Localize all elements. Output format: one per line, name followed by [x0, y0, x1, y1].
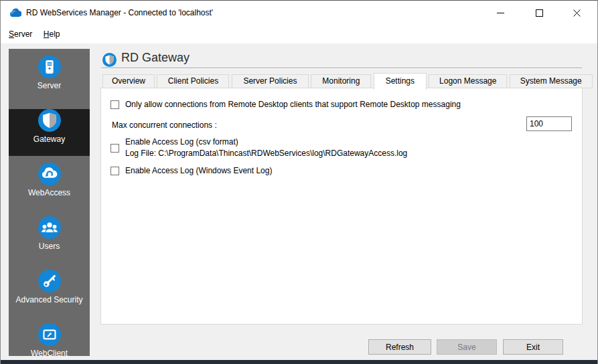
setting-row-rd-messaging: Only allow connections from Remote Deskt…	[110, 100, 461, 109]
sidebar-item-gateway[interactable]: Gateway	[9, 109, 90, 156]
exit-button[interactable]: Exit	[503, 339, 563, 355]
webclient-icon	[38, 323, 61, 346]
tab-overview[interactable]: Overview	[102, 74, 155, 88]
sidebar-item-label: WebAccess	[9, 188, 90, 197]
max-concurrent-label: Max concurrent connections :	[112, 120, 217, 130]
checkbox-only-rd-messaging-label: Only allow connections from Remote Deskt…	[125, 100, 461, 109]
app-window: RD WebServices Manager - Connected to 'l…	[0, 0, 598, 364]
tab-monitoring[interactable]: Monitoring	[311, 74, 371, 88]
heading-divider	[101, 68, 582, 69]
menu-help[interactable]: Help	[40, 25, 64, 43]
page-title: RD Gateway	[121, 51, 190, 65]
tab-system-message[interactable]: System Message	[510, 74, 593, 88]
tab-settings[interactable]: Settings	[374, 73, 427, 90]
menu-server[interactable]: Server	[5, 25, 36, 43]
menu-server-rest: erver	[14, 29, 32, 39]
menu-help-rest: elp	[49, 29, 60, 39]
key-icon	[38, 270, 61, 292]
menu-bar: Server Help	[1, 25, 597, 43]
access-log-csv-file-path: Log File: C:\ProgramData\Thincast\RDWebS…	[125, 148, 407, 159]
checkbox-access-log-csv[interactable]	[110, 144, 119, 153]
maximize-button[interactable]	[524, 1, 554, 25]
tab-logon-message[interactable]: Logon Message	[429, 74, 507, 88]
app-cloud-icon	[9, 8, 21, 18]
sidebar-item-webaccess[interactable]: WebAccess	[9, 163, 90, 209]
checkbox-access-log-event[interactable]	[110, 167, 119, 175]
users-icon	[38, 216, 61, 239]
server-icon	[38, 56, 61, 78]
access-log-event-label: Enable Access Log (Windows Event Log)	[125, 166, 272, 175]
save-button[interactable]: Save	[437, 339, 497, 355]
tab-server-policies[interactable]: Server Policies	[232, 74, 309, 88]
setting-row-access-log-csv: Enable Access Log (csv format) Log File:…	[110, 136, 407, 159]
max-concurrent-input[interactable]	[526, 116, 572, 131]
tab-strip: Overview Client Policies Server Policies…	[102, 74, 592, 88]
settings-panel: Only allow connections from Remote Deskt…	[100, 88, 583, 325]
menu-server-accel: S	[9, 29, 14, 39]
checkbox-only-rd-messaging[interactable]	[110, 100, 119, 109]
title-bar: RD WebServices Manager - Connected to 'l…	[1, 1, 597, 25]
window-title: RD WebServices Manager - Connected to 'l…	[26, 1, 213, 25]
tab-client-policies[interactable]: Client Policies	[157, 74, 229, 88]
sidebar-item-label: Server	[9, 81, 90, 90]
sidebar-item-webclient[interactable]: WebClient	[9, 323, 90, 364]
shield-icon	[38, 109, 61, 132]
refresh-button[interactable]: Refresh	[368, 339, 431, 355]
cloud-icon	[38, 163, 61, 185]
window-bottom-edge	[1, 360, 597, 364]
sidebar-item-label: Gateway	[9, 134, 90, 144]
sidebar-item-users[interactable]: Users	[9, 216, 90, 263]
setting-row-access-log-event: Enable Access Log (Windows Event Log)	[110, 166, 272, 175]
sidebar-item-label: Advanced Security	[9, 295, 90, 304]
close-button[interactable]	[561, 1, 592, 25]
minimize-button[interactable]	[485, 1, 516, 25]
access-log-csv-labels: Enable Access Log (csv format) Log File:…	[125, 136, 407, 159]
access-log-csv-label: Enable Access Log (csv format)	[125, 136, 407, 148]
sidebar-item-server[interactable]: Server	[9, 56, 90, 102]
sidebar-item-advanced-security[interactable]: Advanced Security	[9, 270, 90, 316]
sidebar-item-label: WebClient	[9, 349, 90, 358]
sidebar-item-label: Users	[9, 242, 90, 251]
sidebar: Server Gateway WebAccess	[9, 49, 90, 356]
rd-gateway-shield-icon	[102, 53, 117, 67]
